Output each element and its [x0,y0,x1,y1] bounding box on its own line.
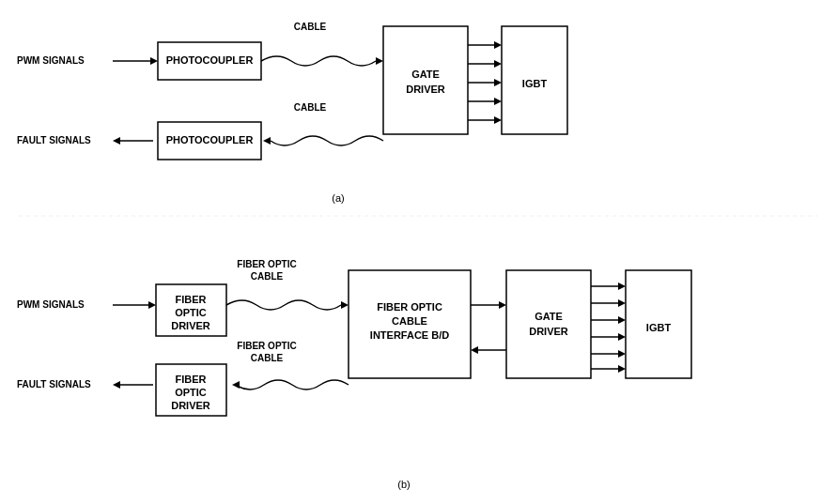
svg-marker-15 [263,137,271,145]
svg-marker-33 [618,350,626,358]
igbt-label-a: IGBT [522,78,548,89]
gate-driver-block-a [383,26,468,134]
svg-marker-10 [494,98,502,105]
fiber-optic-driver-top-label2: OPTIC [175,307,207,318]
fault-signals-label-a: FAULT SIGNALS [17,135,91,145]
gate-driver-block-b [506,270,591,378]
fiber-optic-driver-top-label1: FIBER [176,294,207,305]
gate-driver-label-b-line1: GATE [535,311,563,322]
cable-bottom-label-a: CABLE [294,102,327,113]
svg-marker-18 [148,301,156,309]
gate-driver-label-a-line1: GATE [411,69,440,80]
svg-marker-27 [618,299,626,307]
fiber-optic-cable-top-label2: CABLE [251,271,284,282]
gate-driver-label-a-line2: DRIVER [406,84,445,95]
svg-marker-29 [618,316,626,324]
svg-marker-1 [150,57,158,65]
igbt-label-b: IGBT [646,322,672,333]
cable-top-label-a: CABLE [294,22,327,32]
diagram-container: PWM SIGNALS PHOTOCOUPLER CABLE GATE DRIV… [0,0,837,504]
svg-marker-21 [499,301,506,309]
svg-marker-38 [232,381,240,389]
fault-signals-label-b: FAULT SIGNALS [17,379,91,389]
svg-marker-35 [618,365,626,373]
svg-marker-25 [618,283,626,290]
pwm-signals-label-a: PWM SIGNALS [17,55,85,66]
fiber-optic-cable-top-label1: FIBER OPTIC [237,259,296,269]
svg-marker-23 [471,346,478,354]
svg-marker-12 [494,116,502,124]
svg-marker-4 [494,41,502,49]
svg-marker-19 [341,301,349,309]
fiber-optic-cable-bottom-label1: FIBER OPTIC [237,341,296,351]
fiber-optic-driver-bottom-label3: DRIVER [171,400,210,411]
fiber-optic-driver-bottom-label2: OPTIC [175,387,207,398]
photocoupler-top-label: PHOTOCOUPLER [166,54,254,66]
section-a-label: (a) [332,192,344,204]
fiber-optic-interface-label1: FIBER OPTIC [377,301,442,313]
svg-marker-2 [376,57,383,65]
fiber-optic-driver-top-label3: DRIVER [171,320,210,331]
gate-driver-label-b-line2: DRIVER [529,326,568,337]
svg-marker-14 [113,137,120,145]
svg-marker-8 [494,79,502,86]
fiber-optic-interface-label3: INTERFACE B/D [370,329,449,341]
pwm-signals-label-b: PWM SIGNALS [17,299,85,310]
svg-marker-37 [113,381,120,389]
svg-marker-31 [618,333,626,341]
fiber-optic-interface-label2: CABLE [392,315,427,327]
photocoupler-bottom-label: PHOTOCOUPLER [166,134,254,145]
svg-marker-6 [494,60,502,68]
section-b-label: (b) [397,479,410,490]
fiber-optic-cable-bottom-label2: CABLE [251,353,284,363]
fiber-optic-driver-bottom-label1: FIBER [176,374,207,385]
